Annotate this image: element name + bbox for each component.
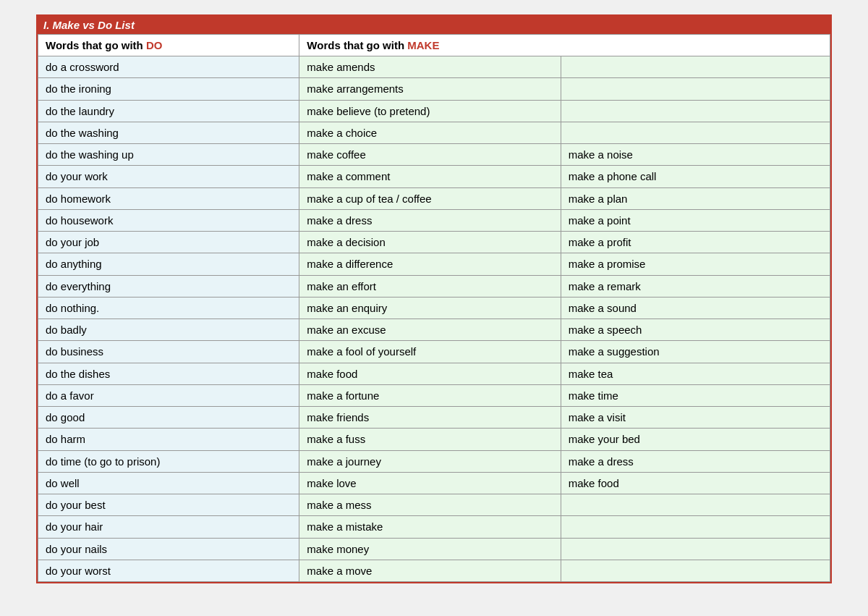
- table-row: make a dress: [561, 450, 830, 472]
- table-row: make food: [299, 363, 561, 384]
- table-row: do a favor: [38, 384, 299, 406]
- table-row: make a plan: [561, 187, 830, 209]
- header-make-keyword: MAKE: [407, 39, 439, 51]
- table-row: do your worst: [38, 560, 299, 581]
- table-row: make a visit: [561, 407, 830, 429]
- table-row: do homework: [38, 187, 299, 209]
- table-row: do everything: [38, 275, 299, 297]
- table-row: make a promise: [561, 253, 830, 275]
- table-row: do the ironing: [38, 78, 299, 100]
- table-row: [561, 56, 830, 78]
- table-row: do the dishes: [38, 363, 299, 384]
- table-row: make a suggestion: [561, 341, 830, 363]
- header-do: Words that go with DO: [38, 35, 299, 56]
- table-row: do a crossword: [38, 56, 299, 78]
- table-row: make a mess: [299, 494, 561, 516]
- table-row: make a point: [561, 209, 830, 231]
- table-row: make a profit: [561, 232, 830, 253]
- table-row: [561, 516, 830, 538]
- table-row: make love: [299, 472, 561, 494]
- table-row: make amends: [299, 56, 561, 78]
- table-row: make a cup of tea / coffee: [299, 187, 561, 209]
- table-row: make an enquiry: [299, 297, 561, 318]
- table-row: make a mistake: [299, 516, 561, 538]
- table-row: do the laundry: [38, 100, 299, 122]
- table-row: make a speech: [561, 319, 830, 341]
- table-row: make a move: [299, 560, 561, 581]
- table-row: do business: [38, 341, 299, 363]
- table-row: [561, 560, 830, 581]
- table-row: make a fool of yourself: [299, 341, 561, 363]
- card-title: I. Make vs Do List: [38, 16, 830, 34]
- table-row: do housework: [38, 209, 299, 231]
- table-row: do badly: [38, 319, 299, 341]
- table-row: make tea: [561, 363, 830, 384]
- table-row: make arrangements: [299, 78, 561, 100]
- table-row: make food: [561, 472, 830, 494]
- table-row: make a fortune: [299, 384, 561, 406]
- table-row: do the washing: [38, 122, 299, 143]
- make-vs-do-table: Words that go with DO Words that go with…: [38, 34, 830, 582]
- table-row: make a phone call: [561, 166, 830, 187]
- table-row: make an excuse: [299, 319, 561, 341]
- table-row: do your work: [38, 166, 299, 187]
- table-row: do good: [38, 407, 299, 429]
- table-row: make a remark: [561, 275, 830, 297]
- table-row: make believe (to pretend): [299, 100, 561, 122]
- header-make: Words that go with MAKE: [299, 35, 830, 56]
- header-do-keyword: DO: [146, 39, 163, 51]
- table-row: make a noise: [561, 144, 830, 166]
- table-row: make a choice: [299, 122, 561, 143]
- table-row: make a decision: [299, 232, 561, 253]
- table-row: [561, 538, 830, 560]
- table-row: do well: [38, 472, 299, 494]
- table-row: make a difference: [299, 253, 561, 275]
- table-row: do your hair: [38, 516, 299, 538]
- table-row: do harm: [38, 429, 299, 450]
- table-row: make an effort: [299, 275, 561, 297]
- table-row: make a fuss: [299, 429, 561, 450]
- table-row: do your nails: [38, 538, 299, 560]
- table-row: make a journey: [299, 450, 561, 472]
- table-row: make a comment: [299, 166, 561, 187]
- table-row: [561, 78, 830, 100]
- table-row: do your best: [38, 494, 299, 516]
- table-row: make time: [561, 384, 830, 406]
- table-row: [561, 122, 830, 143]
- table-row: do time (to go to prison): [38, 450, 299, 472]
- table-row: make a dress: [299, 209, 561, 231]
- table-row: make friends: [299, 407, 561, 429]
- card: I. Make vs Do List Words that go with DO…: [36, 14, 832, 583]
- table-row: do the washing up: [38, 144, 299, 166]
- table-row: [561, 494, 830, 516]
- table-row: make money: [299, 538, 561, 560]
- table-row: do your job: [38, 232, 299, 253]
- table-row: make a sound: [561, 297, 830, 318]
- table-row: do anything: [38, 253, 299, 275]
- table-row: [561, 100, 830, 122]
- header-do-prefix: Words that go with: [46, 39, 146, 51]
- table-row: make your bed: [561, 429, 830, 450]
- table-row: make coffee: [299, 144, 561, 166]
- header-make-prefix: Words that go with: [307, 39, 407, 51]
- table-row: do nothing.: [38, 297, 299, 318]
